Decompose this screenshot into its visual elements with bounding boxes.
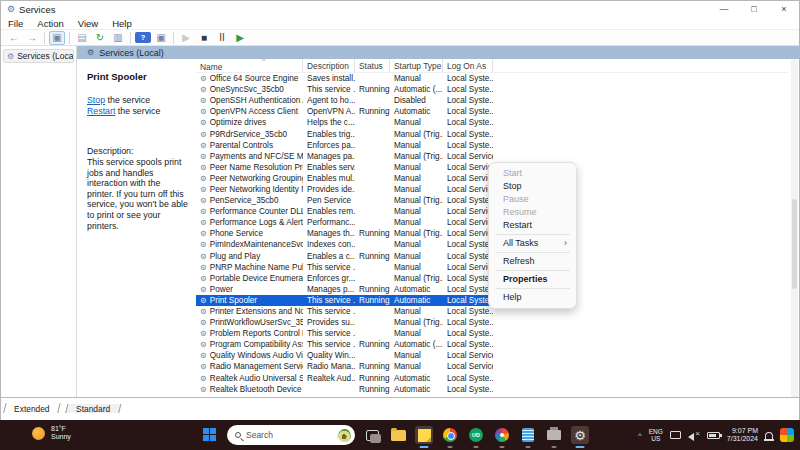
context-menu-item-pause: Pause [489, 193, 576, 206]
help-icon[interactable]: ? [135, 32, 151, 43]
start-service-icon[interactable]: ▶ [178, 31, 194, 45]
back-icon[interactable]: ← [6, 31, 22, 45]
context-menu-item-refresh[interactable]: Refresh [489, 255, 576, 268]
column-header-log-on-as[interactable]: Log On As [443, 59, 493, 72]
table-row[interactable]: ⚙OneSyncSvc_35cb0This service ...Running… [196, 84, 493, 95]
table-row[interactable]: ⚙Performance Logs & AlertsPerformanc...M… [196, 217, 493, 228]
sticky-notes-icon[interactable] [415, 426, 433, 444]
pinwheel-app-icon[interactable] [493, 426, 511, 444]
service-description: Saves install... [303, 74, 355, 83]
service-status: Running [355, 285, 390, 294]
services-app-icon: ⚙ [7, 4, 15, 14]
table-row[interactable]: ⚙Problem Reports Control Pa...This servi… [196, 328, 493, 339]
stop-service-icon[interactable]: ■ [196, 31, 212, 45]
refresh-icon[interactable]: ↻ [92, 31, 108, 45]
table-row[interactable]: ⚙Payments and NFC/SE Man...Manages pa...… [196, 151, 493, 162]
service-description: Enables rem... [303, 207, 355, 216]
tray-date: 7/31/2024 [727, 435, 758, 444]
context-menu-item-all-tasks[interactable]: All Tasks› [489, 237, 576, 250]
table-row[interactable]: ⚙Realtek Audio Universal Ser...Realtek A… [196, 373, 493, 384]
table-row[interactable]: ⚙Printer Extensions and Notif...This ser… [196, 306, 493, 317]
widgets-icon[interactable] [780, 428, 794, 442]
service-log-on-as: Local Syste... [443, 240, 493, 249]
table-row[interactable]: ⚙Plug and PlayEnables a c...RunningManua… [196, 251, 493, 262]
table-row[interactable]: ⚙OpenSSH Authentication A...Agent to ho.… [196, 95, 493, 106]
service-log-on-as: Local Syste... [443, 196, 493, 205]
table-row[interactable]: ⚙P9RdrService_35cb0Enables trig...Manual… [196, 128, 493, 139]
table-row[interactable]: ⚙Print SpoolerThis service ...RunningAut… [196, 295, 493, 306]
table-row[interactable]: ⚙Peer Networking Identity M...Provides i… [196, 184, 493, 195]
service-icon: ⚙ [200, 252, 207, 261]
display-icon[interactable] [670, 431, 681, 439]
table-row[interactable]: ⚙PNRP Machine Name Publi...This service … [196, 262, 493, 273]
column-header-description[interactable]: Description [303, 59, 355, 72]
file-explorer-icon[interactable] [389, 426, 407, 444]
export-list-icon[interactable]: ▥ [110, 31, 126, 45]
table-row[interactable]: ⚙Radio Management ServiceRadio Mana...Ru… [196, 361, 493, 372]
table-row[interactable]: ⚙Peer Name Resolution Prot...Enables ser… [196, 162, 493, 173]
context-menu-item-help[interactable]: Help [489, 291, 576, 304]
service-name: Phone Service [210, 229, 263, 238]
table-row[interactable]: ⚙Peer Networking GroupingEnables mul...M… [196, 173, 493, 184]
context-menu-item-stop[interactable]: Stop [489, 180, 576, 193]
service-name: OpenVPN Access Client [210, 107, 298, 116]
table-row[interactable]: ⚙Parental ControlsEnforces pa...ManualLo… [196, 140, 493, 151]
table-row[interactable]: ⚙PimIndexMaintenanceSvc_...Indexes con..… [196, 239, 493, 250]
properties-icon[interactable]: ▤ [74, 31, 90, 45]
service-name: Program Compatibility Assi... [210, 340, 303, 349]
minimize-button[interactable]: — [709, 1, 739, 17]
forward-icon[interactable]: → [24, 31, 40, 45]
settings-gear-icon[interactable]: ⚙ [571, 426, 589, 444]
table-row[interactable]: ⚙Quality Windows Audio Vid...Quality Win… [196, 350, 493, 361]
tree-node-services-local[interactable]: ⚙ Services (Local) [3, 49, 74, 63]
list-header: ^Name Description Status Startup Type Lo… [196, 59, 789, 73]
service-icon: ⚙ [200, 285, 207, 294]
tray-overflow-chevron-icon[interactable]: ^ [638, 431, 642, 440]
printer-app-icon[interactable] [545, 426, 563, 444]
table-row[interactable]: ⚙Performance Counter DLL ...Enables rem.… [196, 206, 493, 217]
table-row[interactable]: ⚙Phone ServiceManages th...RunningManual… [196, 228, 493, 239]
pause-service-icon[interactable]: II [214, 31, 230, 45]
battery-icon[interactable] [707, 432, 720, 439]
notepad-icon[interactable] [519, 426, 537, 444]
context-menu-item-properties[interactable]: Properties [489, 273, 576, 286]
table-row[interactable]: ⚙PrintWorkflowUserSvc_35cb0Provides su..… [196, 317, 493, 328]
notification-bell-icon[interactable] [765, 432, 773, 439]
clock-widget[interactable]: 9:07 PM 7/31/2024 [727, 427, 758, 444]
close-button[interactable]: × [769, 1, 799, 17]
column-header-startup-type[interactable]: Startup Type [390, 59, 443, 72]
service-log-on-as: Local Syste... [443, 107, 493, 116]
context-menu-item-restart[interactable]: Restart [489, 219, 576, 232]
chrome-icon[interactable] [441, 426, 459, 444]
table-row[interactable]: ⚙Realtek Bluetooth Device M...RunningAut… [196, 384, 493, 395]
menu-file[interactable]: File [1, 18, 30, 29]
menu-action[interactable]: Action [30, 18, 70, 29]
menu-help[interactable]: Help [105, 18, 139, 29]
ud-green-app-icon[interactable]: UD [467, 426, 485, 444]
start-button[interactable] [201, 426, 219, 444]
stop-service-link[interactable]: Stop [87, 95, 105, 105]
language-indicator[interactable]: ENG US [649, 428, 663, 442]
muted-speaker-icon[interactable] [688, 431, 700, 440]
menu-view[interactable]: View [71, 18, 105, 29]
table-row[interactable]: ⚙Optimize drivesHelps the c...ManualLoca… [196, 117, 493, 128]
column-header-status[interactable]: Status [355, 59, 390, 72]
table-row[interactable]: ⚙OpenVPN Access ClientOpenVPN A...Runnin… [196, 106, 493, 117]
service-description: This service ... [303, 296, 355, 305]
vertical-scrollbar[interactable] [791, 59, 798, 397]
table-row[interactable]: ⚙Portable Device Enumerator...Enforces g… [196, 273, 493, 284]
console-window-icon[interactable]: ▣ [153, 31, 169, 45]
maximize-button[interactable]: □ [739, 1, 769, 17]
restart-service-icon[interactable]: ▶ [232, 31, 248, 45]
task-view-icon[interactable] [363, 426, 381, 444]
search-box[interactable]: Search [227, 425, 355, 445]
restart-service-link[interactable]: Restart [87, 106, 115, 116]
scrollbar-thumb[interactable] [792, 199, 797, 289]
table-row[interactable]: ⚙Program Compatibility Assi...This servi… [196, 339, 493, 350]
column-header-name[interactable]: ^Name [196, 59, 303, 72]
table-row[interactable]: ⚙Office 64 Source EngineSaves install...… [196, 73, 493, 84]
table-row[interactable]: ⚙PenService_35cb0Pen ServiceManual (Trig… [196, 195, 493, 206]
weather-widget[interactable]: 81°F Sunny [32, 425, 71, 441]
show-console-tree-icon[interactable]: ▣ [49, 31, 65, 45]
table-row[interactable]: ⚙PowerManages p...RunningAutomaticLocal … [196, 284, 493, 295]
